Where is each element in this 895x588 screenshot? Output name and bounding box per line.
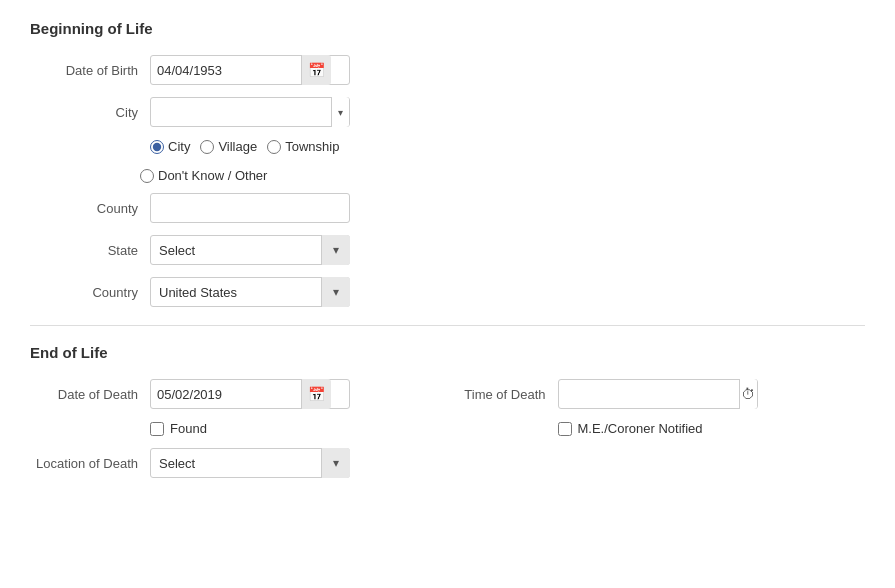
radio-village[interactable]: Village	[200, 139, 257, 154]
dob-input-wrap[interactable]: 📅	[150, 55, 350, 85]
tod-clock-button[interactable]: ⏱	[739, 379, 757, 409]
city-label: City	[30, 105, 150, 120]
end-right-col: Time of Death ⏱ M.E./Coroner Notified	[448, 379, 866, 490]
tod-row: Time of Death ⏱	[448, 379, 866, 409]
city-input-wrap[interactable]: ▾	[150, 97, 350, 127]
end-left-col: Date of Death 📅 Found Location of Death	[30, 379, 448, 490]
county-input[interactable]	[150, 193, 350, 223]
end-of-life-section: End of Life Date of Death 📅 Found	[30, 344, 865, 490]
location-select-wrap[interactable]: Select	[150, 448, 350, 478]
location-label: Location of Death	[30, 456, 150, 471]
radio-dontknow[interactable]: Don't Know / Other	[140, 168, 855, 183]
state-row: State Select	[30, 235, 865, 265]
me-coroner-checkbox[interactable]	[558, 422, 572, 436]
tod-input-wrap[interactable]: ⏱	[558, 379, 758, 409]
dod-row: Date of Death 📅	[30, 379, 448, 409]
radio-village-label: Village	[218, 139, 257, 154]
dod-label: Date of Death	[30, 387, 150, 402]
dob-label: Date of Birth	[30, 63, 150, 78]
dod-input-wrap[interactable]: 📅	[150, 379, 350, 409]
beginning-section-title: Beginning of Life	[30, 20, 865, 41]
dob-calendar-button[interactable]: 📅	[301, 55, 331, 85]
me-coroner-row: M.E./Coroner Notified	[448, 421, 866, 436]
dob-input[interactable]	[151, 63, 301, 78]
county-label: County	[30, 201, 150, 216]
dob-row: Date of Birth 📅	[30, 55, 865, 85]
county-row: County	[30, 193, 865, 223]
radio-village-input[interactable]	[200, 140, 214, 154]
city-dropdown-button[interactable]: ▾	[331, 97, 349, 127]
end-section-title: End of Life	[30, 344, 865, 365]
state-label: State	[30, 243, 150, 258]
location-select[interactable]: Select	[150, 448, 350, 478]
radio-township[interactable]: Township	[267, 139, 339, 154]
country-row: Country United States	[30, 277, 865, 307]
dod-calendar-button[interactable]: 📅	[301, 379, 331, 409]
me-coroner-label[interactable]: M.E./Coroner Notified	[558, 421, 703, 436]
country-select[interactable]: United States	[150, 277, 350, 307]
radio-city-label: City	[168, 139, 190, 154]
found-checkbox[interactable]	[150, 422, 164, 436]
found-checkbox-label[interactable]: Found	[150, 421, 207, 436]
country-label: Country	[30, 285, 150, 300]
state-select-wrap[interactable]: Select	[150, 235, 350, 265]
tod-input[interactable]	[559, 387, 739, 402]
city-row: City ▾	[30, 97, 865, 127]
section-divider	[30, 325, 865, 326]
radio-city[interactable]: City	[150, 139, 190, 154]
radio-city-input[interactable]	[150, 140, 164, 154]
tod-label: Time of Death	[448, 387, 558, 402]
radio-township-input[interactable]	[267, 140, 281, 154]
radio-dontknow-input[interactable]	[140, 169, 154, 183]
city-type-radio-group: City Village Township Don't Know / Other	[150, 139, 865, 183]
state-select[interactable]: Select	[150, 235, 350, 265]
end-grid: Date of Death 📅 Found Location of Death	[30, 379, 865, 490]
city-input[interactable]	[151, 105, 331, 120]
radio-township-label: Township	[285, 139, 339, 154]
found-label: Found	[170, 421, 207, 436]
dod-input[interactable]	[151, 387, 301, 402]
beginning-of-life-section: Beginning of Life Date of Birth 📅 City ▾…	[30, 20, 865, 307]
found-row: Found	[150, 421, 448, 436]
location-row: Location of Death Select	[30, 448, 448, 478]
radio-dontknow-label: Don't Know / Other	[158, 168, 267, 183]
country-select-wrap[interactable]: United States	[150, 277, 350, 307]
me-coroner-text: M.E./Coroner Notified	[578, 421, 703, 436]
